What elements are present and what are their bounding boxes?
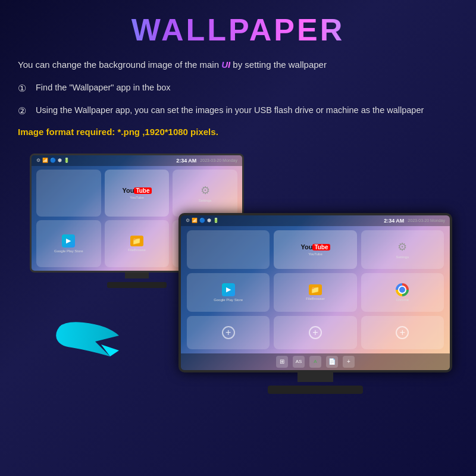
tv-back-date: 2023-03-20 Monday <box>200 158 237 162</box>
tv-front-tile-settings[interactable]: ⚙ Settings <box>361 230 444 269</box>
tv-back-stand-neck <box>125 273 149 278</box>
play-icon-back <box>62 234 75 248</box>
tv-front-taskbar: ⊞ AS A 📄 + <box>181 353 450 370</box>
step-2-text: Using the Wallpaper app, you can set the… <box>36 104 424 117</box>
transformation-arrow <box>54 318 125 359</box>
plus-icon-front-1: + <box>222 326 235 339</box>
taskbar-plus-icon[interactable]: + <box>343 356 355 368</box>
settings-icon-back: ⚙ <box>199 184 212 197</box>
tv-front-tile-plus-1[interactable]: + <box>187 316 270 349</box>
taskbar-doc-icon[interactable]: 📄 <box>326 356 338 368</box>
tv-back-tile-filebrowser[interactable]: 📁 FileBrowse <box>105 220 170 267</box>
tv-front-time: 2:34 AM <box>384 218 404 224</box>
ui-label: UI <box>221 60 230 70</box>
plus-icon-front-3: + <box>396 326 409 339</box>
tv-front-tile-chrome[interactable]: Chrome <box>361 273 444 312</box>
tv-front-stand-base <box>268 386 363 394</box>
desc-before: You can change the background image of t… <box>18 60 221 70</box>
tv-front-status-right: 2:34 AM 2023-03-20 Monday <box>384 218 445 224</box>
tv-back-status-icons: ⚙ 📶 🔵 ⬢ 🔋 <box>36 158 70 163</box>
tv-front-tile-plus-2[interactable]: + <box>274 316 356 349</box>
play-icon-front <box>222 283 235 296</box>
taskbar-grid-icon[interactable]: ⊞ <box>276 356 288 368</box>
tv-front-tile-empty <box>187 230 270 269</box>
tv-back-tile-empty <box>36 170 101 217</box>
tv-front-screen: ⚙ 📶 🔵 ⬢ 🔋 2:34 AM 2023-03-20 Monday <box>181 215 450 370</box>
tv-front-tile-plus-3[interactable]: + <box>361 316 444 349</box>
youtube-logo-back: YouTube <box>122 187 151 194</box>
step-1-text: Find the "Wallpaper" app in the box <box>36 82 171 95</box>
tv-front-status-bar: ⚙ 📶 🔵 ⬢ 🔋 2:34 AM 2023-03-20 Monday <box>181 215 450 226</box>
taskbar-a-icon[interactable]: A <box>309 356 321 368</box>
page-title: WALLPAPER <box>18 12 458 48</box>
tv-back-tile-play[interactable]: Google Play Store <box>36 220 101 267</box>
folder-icon-back: 📁 <box>130 236 143 246</box>
tv-front-status-icons: ⚙ 📶 🔵 ⬢ 🔋 <box>186 218 219 223</box>
tv-back-tile-settings[interactable]: ⚙ Settings <box>173 170 237 217</box>
desc-after: by setting the wallpaper <box>230 60 327 70</box>
tv-back-stand-base <box>107 282 167 288</box>
step-1-num: ① <box>18 82 31 96</box>
arrow-container <box>54 318 125 362</box>
tv-back-status-right: 2:34 AM 2023-03-20 Monday <box>176 158 237 164</box>
tv-front: ⚙ 📶 🔵 ⬢ 🔋 2:34 AM 2023-03-20 Monday <box>178 213 452 397</box>
tv-front-app-grid: YouTube YouTube ⚙ Settings Google Pl <box>181 226 450 353</box>
tv-front-tile-youtube[interactable]: YouTube YouTube <box>274 230 356 269</box>
folder-icon-front: 📁 <box>309 284 322 295</box>
tv-front-frame: ⚙ 📶 🔵 ⬢ 🔋 2:34 AM 2023-03-20 Monday <box>178 213 452 372</box>
tv-back-tile-youtube[interactable]: YouTube YouTube <box>105 170 170 217</box>
youtube-logo-front: YouTube <box>300 243 330 250</box>
screens-area: ⚙ 📶 🔵 ⬢ 🔋 2:34 AM 2023-03-20 Monday <box>18 148 458 397</box>
taskbar-as-icon[interactable]: AS <box>293 356 305 368</box>
image-format-text: Image format required: *.png ,1920*1080 … <box>18 127 458 137</box>
description-text: You can change the background image of t… <box>18 58 458 72</box>
tv-front-stand-neck <box>298 372 333 382</box>
tv-back-status-bar: ⚙ 📶 🔵 ⬢ 🔋 2:34 AM 2023-03-20 Monday <box>32 155 242 166</box>
settings-icon-front: ⚙ <box>396 240 409 253</box>
main-container: WALLPAPER You can change the background … <box>0 0 476 409</box>
tv-front-stand <box>178 372 452 395</box>
tv-front-tile-play[interactable]: Google Play Store <box>187 273 270 312</box>
chrome-icon-front <box>396 283 409 296</box>
step-2: ② Using the Wallpaper app, you can set t… <box>18 104 458 118</box>
step-1: ① Find the "Wallpaper" app in the box <box>18 82 458 96</box>
step-2-num: ② <box>18 104 31 118</box>
plus-icon-front-2: + <box>309 326 322 339</box>
tv-front-tile-filebrowser[interactable]: 📁 FileBrowser <box>274 273 356 312</box>
tv-front-date: 2023-03-20 Monday <box>408 218 445 223</box>
tv-back-time: 2:34 AM <box>176 158 196 164</box>
